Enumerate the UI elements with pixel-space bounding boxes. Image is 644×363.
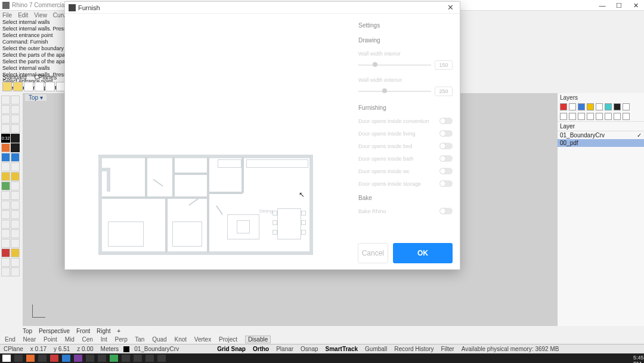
tool-icon[interactable]	[11, 267, 20, 276]
layer-tool-icon[interactable]	[569, 103, 576, 110]
tool-icon[interactable]	[11, 182, 20, 190]
tool-icon[interactable]	[11, 153, 20, 162]
wall-ext-value[interactable]: 250	[435, 87, 453, 96]
menu-edit[interactable]: Edit	[18, 12, 28, 19]
tool-icon[interactable]	[1, 115, 10, 124]
tool-icon[interactable]	[1, 267, 10, 276]
taskbar-app-icon[interactable]	[14, 355, 23, 362]
layer-tool-icon[interactable]	[596, 103, 603, 110]
taskbar-app-icon[interactable]	[110, 355, 118, 362]
taskbar-app-icon[interactable]	[38, 355, 47, 362]
layer-tool-icon[interactable]	[569, 113, 576, 120]
taskbar-app-icon[interactable]	[157, 355, 166, 362]
tool-icon[interactable]	[1, 210, 10, 219]
taskbar-app-icon[interactable]	[122, 355, 130, 362]
tool-icon[interactable]	[11, 201, 20, 210]
status-smarttrack[interactable]: SmartTrack	[326, 346, 358, 352]
taskbar-app-icon[interactable]	[50, 355, 58, 362]
tool-icon[interactable]	[1, 220, 10, 229]
toggle-switch[interactable]	[439, 208, 453, 214]
tool-icon[interactable]	[11, 134, 20, 143]
viewport-title[interactable]: Top ▾	[25, 94, 47, 101]
tool-icon[interactable]	[1, 201, 10, 210]
status-filter[interactable]: Filter	[441, 346, 454, 352]
osnap-end[interactable]: End	[5, 336, 16, 343]
vtab-perspective[interactable]: Perspective	[39, 328, 70, 334]
layer-tool-icon[interactable]	[614, 103, 621, 110]
tool-icon[interactable]	[11, 105, 20, 114]
wall-ext-slider[interactable]	[358, 91, 431, 92]
tool-icon[interactable]	[1, 229, 10, 238]
toggle-switch[interactable]	[439, 168, 453, 174]
layer-row[interactable]: 01_BoundaryCrv ✓	[558, 131, 644, 139]
tool-icon[interactable]	[11, 229, 20, 238]
layer-tool-icon[interactable]	[623, 103, 630, 110]
taskbar-app-icon[interactable]	[86, 355, 94, 362]
window-maximize[interactable]: ☐	[611, 0, 627, 11]
layer-tool-icon[interactable]	[596, 113, 603, 120]
tb-open-icon[interactable]	[13, 82, 23, 91]
tool-icon[interactable]	[11, 143, 20, 152]
taskbar-app-icon[interactable]	[26, 355, 35, 362]
toggle-switch[interactable]	[439, 155, 453, 162]
layer-row[interactable]: 00_pdf	[558, 139, 644, 147]
start-button-icon[interactable]	[2, 355, 11, 362]
tool-icon[interactable]	[11, 210, 20, 219]
tool-icon[interactable]	[11, 172, 20, 181]
status-gridsnap[interactable]: Grid Snap	[217, 346, 246, 352]
toggle-switch[interactable]	[439, 143, 453, 149]
vtab-front[interactable]: Front	[76, 328, 90, 334]
tool-icon[interactable]	[1, 153, 10, 162]
tool-icon[interactable]	[1, 248, 10, 257]
osnap-project[interactable]: Project	[219, 336, 237, 343]
tool-icon[interactable]	[11, 239, 20, 248]
toggle-switch[interactable]	[439, 130, 453, 137]
osnap-quad[interactable]: Quad	[152, 336, 166, 343]
tool-icon[interactable]	[1, 105, 10, 114]
tool-icon[interactable]	[11, 124, 20, 133]
dialog-titlebar[interactable]: Furnish ✕	[65, 2, 460, 14]
taskbar-app-icon[interactable]	[62, 355, 70, 362]
layer-tool-icon[interactable]	[614, 113, 621, 120]
tool-icon[interactable]	[11, 191, 20, 200]
osnap-int[interactable]: Int	[101, 336, 107, 343]
layer-tool-icon[interactable]	[605, 113, 612, 120]
tab-cplanes[interactable]: CPlanes	[34, 74, 57, 81]
osnap-tan[interactable]: Tan	[135, 336, 144, 343]
taskbar-app-icon[interactable]	[134, 355, 142, 362]
layer-tool-icon[interactable]	[560, 103, 567, 110]
status-ortho[interactable]: Ortho	[253, 346, 269, 352]
tb-save-icon[interactable]	[24, 82, 33, 91]
osnap-perp[interactable]: Perp	[115, 336, 128, 343]
layer-tool-icon[interactable]	[560, 113, 567, 120]
taskbar-app-icon[interactable]	[74, 355, 82, 362]
dialog-close-icon[interactable]: ✕	[444, 3, 456, 12]
tool-icon[interactable]	[11, 96, 20, 104]
tool-icon[interactable]	[1, 182, 10, 190]
layer-tool-icon[interactable]	[623, 113, 630, 120]
wall-int-slider[interactable]	[358, 64, 431, 66]
osnap-disable[interactable]: Disable	[245, 336, 271, 343]
tool-icon[interactable]	[11, 220, 20, 229]
toggle-switch[interactable]	[439, 118, 453, 124]
osnap-mid[interactable]: Mid	[65, 336, 75, 343]
osnap-near[interactable]: Near	[23, 336, 36, 343]
menu-file[interactable]: File	[2, 12, 12, 19]
vtab-right[interactable]: Right	[97, 328, 110, 334]
taskbar-app-icon[interactable]	[145, 355, 154, 362]
osnap-knot[interactable]: Knot	[174, 336, 187, 343]
taskbar-clock[interactable]: 5:45 PM	[633, 355, 642, 362]
tool-icon[interactable]	[1, 96, 10, 104]
ok-button[interactable]: OK	[393, 243, 453, 263]
layer-tool-icon[interactable]	[605, 103, 612, 110]
window-minimize[interactable]: —	[594, 0, 611, 11]
tab-standard[interactable]: Standard	[2, 74, 27, 81]
status-gumball[interactable]: Gumball	[365, 346, 387, 352]
status-planar[interactable]: Planar	[276, 346, 293, 352]
window-close[interactable]: ✕	[627, 0, 644, 11]
status-osnap[interactable]: Osnap	[301, 346, 318, 352]
tool-icon[interactable]	[11, 258, 20, 267]
layer-tool-icon[interactable]	[587, 113, 594, 120]
menu-view[interactable]: View	[34, 12, 47, 19]
tool-icon[interactable]	[11, 115, 20, 124]
